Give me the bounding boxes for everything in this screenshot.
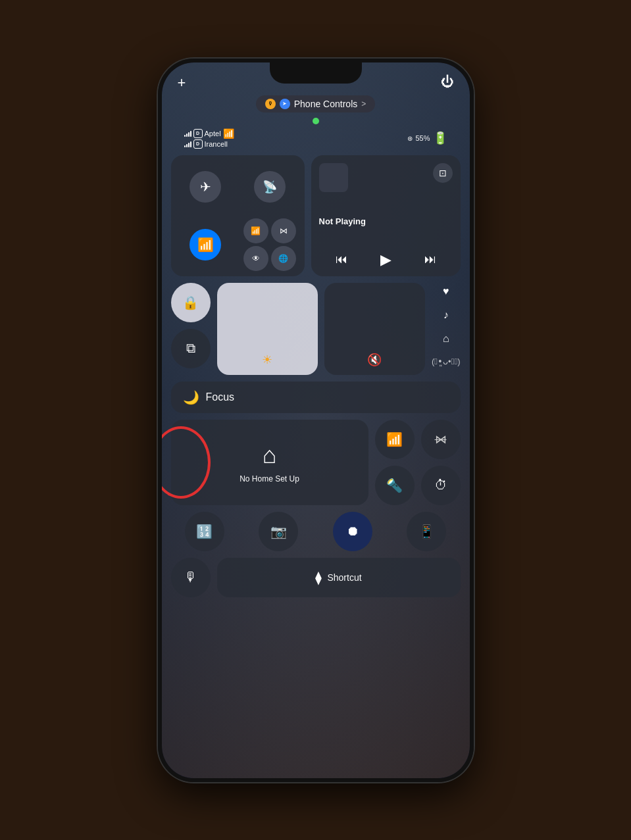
bluetooth-toggle-button[interactable]: ⋈: [421, 420, 461, 459]
play-button[interactable]: ▶: [380, 251, 391, 268]
focus-mode-mini-button[interactable]: 👁: [243, 246, 268, 271]
banner-chevron-icon: >: [361, 99, 366, 109]
carrier2-name: Irancell: [205, 140, 228, 148]
rewind-button[interactable]: ⏮: [336, 253, 347, 266]
airdrop-button[interactable]: 📡: [254, 171, 286, 203]
green-dot-icon: [313, 118, 319, 124]
control-center: ✈ 📡 📶 📶 ⋈ 👁: [162, 155, 470, 778]
airplay-button[interactable]: ⊡: [433, 163, 453, 183]
vpn-button[interactable]: 🌐: [271, 246, 296, 271]
battery-percentage: 55%: [415, 134, 430, 142]
lock-mirror-col: 🔒 ⧉: [171, 283, 211, 368]
shortcut-button[interactable]: ⧫ Shortcut: [217, 558, 461, 597]
signal-bars-1: [184, 130, 191, 137]
bottom-row1: 🔢 📷 ⏺ 📱: [171, 512, 461, 551]
carrier1-name: Aptel: [205, 130, 221, 137]
voice-memos-button[interactable]: 🎙: [171, 558, 211, 597]
phone-frame: + ⏻ 🎙 ➤ Phone Controls >: [158, 59, 474, 782]
notch: [270, 62, 362, 84]
volume-slider[interactable]: 🔇: [324, 283, 425, 375]
top-widgets-row: ✈ 📡 📶 📶 ⋈ 👁: [171, 155, 461, 276]
carrier-info: D Aptel 📶 D Irancell: [184, 128, 234, 149]
location-indicator: ➤: [280, 99, 290, 109]
fast-forward-button[interactable]: ⏭: [424, 253, 436, 266]
heart-icon[interactable]: ♥: [443, 285, 449, 297]
moon-icon: 🌙: [183, 389, 199, 405]
battery-area: ⊛ 55% 🔋: [407, 131, 447, 145]
camera-button[interactable]: 📷: [259, 512, 298, 551]
carrier1-badge: D: [193, 129, 203, 138]
music-note-icon[interactable]: ♪: [443, 309, 449, 321]
home-setup-label: No Home Set Up: [240, 474, 299, 483]
antenna-icon: (ͦ•͈ᴗ•͈ͦ): [432, 357, 460, 366]
not-playing-label: Not Playing: [319, 216, 453, 226]
wifi-icon-small: 📶: [223, 128, 234, 139]
carrier1-item: D Aptel 📶: [184, 128, 234, 139]
connectivity-widget: ✈ 📡 📶 📶 ⋈ 👁: [171, 155, 305, 276]
focus-button[interactable]: 🌙 Focus: [171, 382, 461, 413]
battery-icon: 🔋: [433, 131, 447, 145]
brightness-icon: ☀: [262, 353, 272, 367]
carrier-row: D Aptel 📶 D Irancell: [178, 128, 454, 149]
status-bar: 🎙 ➤ Phone Controls >: [162, 86, 470, 153]
bluetooth-button[interactable]: ⋈: [271, 218, 296, 243]
second-widgets-row: 🔒 ⧉ ☀ 🔇 ♥ ♪: [171, 283, 461, 375]
cellular-button[interactable]: 📶: [243, 218, 268, 243]
carrier2-badge: D: [193, 139, 203, 149]
volume-muted-icon: 🔇: [367, 353, 382, 367]
wifi-button[interactable]: 📶: [189, 229, 221, 260]
right-icon-col: 📶 ⋈ 🔦 ⏱: [375, 420, 461, 505]
side-strip: ♥ ♪ ⌂ (ͦ•͈ᴗ•͈ͦ): [432, 283, 460, 366]
add-button[interactable]: +: [178, 74, 186, 91]
focus-row: 🌙 Focus: [171, 382, 461, 413]
layers-icon: ⧫: [315, 570, 322, 585]
screen-mirror-button[interactable]: ⧉: [171, 329, 211, 368]
flashlight-timer-row: 🔦 ⏱: [375, 466, 461, 505]
screen: + ⏻ 🎙 ➤ Phone Controls >: [162, 62, 470, 778]
mic-indicator: 🎙: [265, 99, 276, 109]
sliders-area: ☀ 🔇: [217, 283, 426, 375]
airplane-mode-button[interactable]: ✈: [189, 171, 221, 203]
cellular-bt-row: 📶 ⋈: [375, 420, 461, 459]
cellular-signal-button[interactable]: 📶: [375, 420, 415, 459]
bottom-row2: 🎙 ⧫ Shortcut: [171, 558, 461, 597]
banner-label: Phone Controls: [294, 99, 358, 109]
album-art: [319, 163, 348, 192]
home-large-icon: ⌂: [263, 441, 277, 469]
orientation-lock-button[interactable]: 🔒: [171, 283, 211, 322]
home-side-icon[interactable]: ⌂: [443, 333, 449, 345]
flashlight-button[interactable]: 🔦: [375, 466, 415, 505]
screen-record-button[interactable]: ⏺: [333, 512, 372, 551]
brightness-slider[interactable]: ☀: [217, 283, 318, 375]
calculator-button[interactable]: 🔢: [185, 512, 224, 551]
remote-button[interactable]: 📱: [407, 512, 446, 551]
third-widgets-row: ⌂ No Home Set Up 📶 ⋈ 🔦 ⏱: [171, 420, 461, 505]
media-top: ⊡: [319, 163, 453, 192]
phone-controls-banner[interactable]: 🎙 ➤ Phone Controls >: [256, 95, 376, 112]
shortcut-label: Shortcut: [327, 572, 361, 583]
focus-label: Focus: [206, 391, 235, 403]
signal-bars-2: [184, 141, 191, 147]
media-controls: ⏮ ▶ ⏭: [319, 251, 453, 268]
carrier2-item: D Irancell: [184, 139, 234, 149]
power-button[interactable]: ⏻: [441, 74, 454, 89]
media-widget: ⊡ Not Playing ⏮ ▶ ⏭: [311, 155, 461, 276]
timer-button[interactable]: ⏱: [421, 466, 461, 505]
home-widget[interactable]: ⌂ No Home Set Up: [171, 420, 368, 505]
red-circle-annotation: [162, 426, 211, 499]
